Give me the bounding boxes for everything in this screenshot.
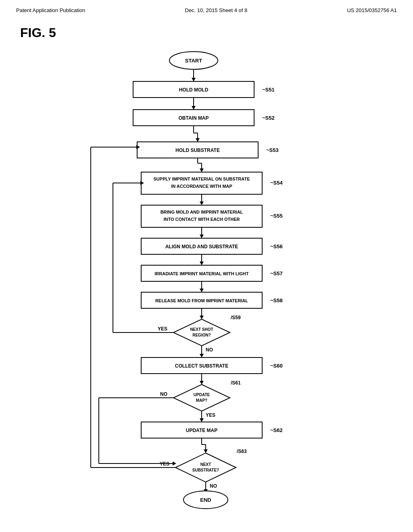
s51-step: ~S51: [262, 87, 275, 93]
svg-marker-5: [192, 106, 196, 110]
s63-step: /S63: [237, 449, 247, 454]
svg-marker-37: [200, 354, 204, 357]
svg-marker-2: [192, 78, 196, 81]
s61-yes-label: YES: [206, 412, 215, 418]
s52-step: ~S52: [262, 115, 275, 121]
s63-label-2: SUBSTRATE?: [192, 468, 219, 472]
s61-label-2: MAP?: [196, 398, 207, 403]
s58-label: RELEASE MOLD FROM IMPRINT MATERIAL: [155, 298, 248, 303]
s57-step: ~S57: [270, 270, 283, 276]
s57-label: IRRADIATE IMPRINT MATERIAL WITH LIGHT: [154, 271, 249, 276]
svg-rect-19: [141, 205, 262, 227]
s59-yes-label: YES: [158, 326, 167, 332]
s59-step: /S59: [231, 315, 241, 320]
s58-step: ~S58: [270, 297, 283, 303]
svg-marker-18: [200, 202, 204, 205]
svg-marker-27: [200, 289, 204, 292]
s59-no-label: NO: [206, 347, 213, 353]
page-header: Patent Application Publication Dec. 10, …: [0, 0, 413, 17]
start-label: START: [185, 58, 202, 64]
s56-label: ALIGN MOLD AND SUBSTRATE: [165, 244, 238, 249]
end-label: END: [200, 497, 211, 503]
svg-marker-52: [204, 449, 208, 453]
svg-marker-15: [200, 168, 204, 172]
svg-marker-30: [200, 316, 204, 319]
s61-no-label: NO: [160, 391, 167, 397]
s60-label: COLLECT SUBSTRATE: [175, 363, 228, 369]
s63-no-label: NO: [210, 483, 217, 489]
s54-step: ~S54: [270, 180, 283, 186]
figure-label: FIG. 5: [20, 25, 56, 40]
page-content: FIG. 5 START HOLD MOLD ~S51 OBTAIN MAP ~…: [0, 17, 413, 520]
s51-label: HOLD MOLD: [179, 87, 209, 93]
svg-marker-41: [173, 384, 230, 411]
s55-step: ~S55: [270, 213, 283, 219]
svg-marker-40: [200, 381, 204, 384]
header-right: US 2015/0352756 A1: [347, 7, 397, 13]
header-center: Dec. 10, 2015 Sheet 4 of 8: [185, 7, 248, 13]
svg-rect-16: [141, 172, 262, 194]
s61-step: /S61: [231, 380, 241, 386]
header-left: Patent Application Publication: [16, 7, 85, 13]
s61-label-1: UPDATE: [194, 393, 210, 397]
svg-marker-21: [200, 235, 204, 238]
svg-marker-43: [200, 418, 204, 422]
s53-label: HOLD SUBSTRATE: [175, 148, 220, 153]
s54-label-1: SUPPLY IMPRINT MATERIAL ON SUBSTRATE: [154, 177, 250, 181]
svg-marker-10: [196, 138, 200, 142]
svg-marker-24: [200, 262, 204, 265]
s59-label-1: NEXT SHOT: [190, 327, 213, 332]
svg-marker-53: [175, 453, 236, 482]
s63-yes-label: YES: [160, 461, 169, 467]
s53-step: ~S53: [266, 147, 279, 153]
s55-label-2: INTO CONTACT WITH EACH OTHER: [163, 217, 240, 222]
s55-label-1: BRING MOLD AND IMPRINT MATERIAL: [161, 210, 243, 214]
s56-step: ~S56: [270, 243, 283, 249]
s60-step: ~S60: [270, 363, 283, 369]
svg-marker-31: [173, 319, 230, 346]
s63-label-1: NEXT: [200, 462, 211, 467]
s54-label-2: IN ACCORDANCE WITH MAP: [171, 184, 232, 189]
s62-label: UPDATE MAP: [186, 428, 217, 433]
s62-step: ~S62: [270, 427, 283, 433]
svg-marker-48: [173, 461, 176, 466]
s59-label-2: REGION?: [192, 333, 211, 337]
s52-label: OBTAIN MAP: [178, 115, 209, 121]
